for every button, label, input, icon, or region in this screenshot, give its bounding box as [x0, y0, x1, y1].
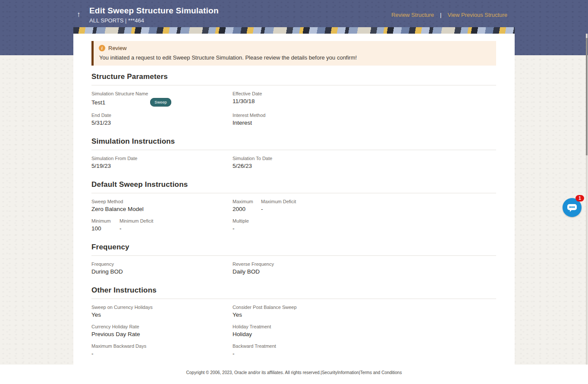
field-value: 2000: [233, 206, 261, 212]
field-value: 5/26/23: [233, 163, 272, 169]
field-label: Simulation Structure Name: [91, 91, 233, 96]
field-value: Previous Day Rate: [91, 331, 140, 337]
field-label: Maximum: [233, 199, 261, 204]
field-value: -: [233, 225, 249, 232]
field-label: Effective Date: [233, 91, 262, 96]
field-interest-method: Interest Method Interest: [233, 113, 265, 126]
alert-message: You initiated a request to edit Sweep St…: [99, 54, 490, 61]
field-reverse-frequency: Reverse Frequency Daily BOD: [233, 261, 274, 275]
field-maximum-backward-days: Maximum Backward Days -: [91, 343, 146, 357]
field-value: During BOD: [91, 268, 123, 275]
field-value: Holiday: [233, 331, 271, 337]
field-value: 100: [91, 225, 119, 232]
field-label: End Date: [91, 113, 111, 118]
field-value: Zero Balance Model: [91, 206, 144, 212]
copyright-text: Copyright © 2006, 2023, Oracle and/or it…: [186, 370, 321, 384]
page-title: Edit Sweep Structure Simulation: [89, 6, 219, 16]
field-value: 11/30/18: [233, 98, 262, 104]
security-information-link[interactable]: SecurityInformation: [322, 370, 359, 384]
terms-and-conditions-link[interactable]: Terms and Conditions: [360, 370, 402, 384]
field-simulation-from-date: Simulation From Date 5/19/23: [91, 156, 137, 169]
alert-title: Review: [108, 45, 127, 51]
field-sweep-method: Sweep Method Zero Balance Model: [91, 199, 144, 212]
section-divider: [91, 193, 496, 193]
field-frequency: Frequency During BOD: [91, 261, 123, 275]
field-holiday-treatment: Holiday Treatment Holiday: [233, 324, 271, 337]
review-structure-link[interactable]: Review Structure: [391, 12, 434, 18]
field-label: Reverse Frequency: [233, 261, 274, 267]
field-multiple: Multiple -: [233, 218, 249, 232]
section-divider: [91, 255, 496, 256]
chat-notification-badge: 1: [575, 195, 584, 201]
field-label: Simulation From Date: [91, 156, 137, 161]
field-consider-post-balance-sweep: Consider Post Balance Sweep Yes: [233, 305, 297, 318]
field-backward-treatment: Backward Treatment -: [233, 343, 276, 357]
field-end-date: End Date 5/31/23: [91, 113, 111, 126]
field-sweep-on-currency-holidays: Sweep on Currency Holidays Yes: [91, 305, 153, 318]
decorative-stripe-banner: [73, 27, 515, 34]
field-value: 5/19/23: [91, 163, 137, 169]
section-heading-frequency: Frequency: [91, 243, 496, 252]
field-label: Backward Treatment: [233, 343, 276, 349]
field-value: Yes: [91, 312, 153, 318]
field-label: Minimum: [91, 218, 119, 223]
field-label: Sweep on Currency Holidays: [91, 305, 153, 310]
sweep-badge: Sweep: [150, 98, 171, 107]
field-label: Multiple: [233, 218, 249, 223]
section-divider: [91, 299, 496, 299]
field-value: Yes: [233, 312, 297, 318]
field-currency-holiday-rate: Currency Holiday Rate Previous Day Rate: [91, 324, 140, 337]
chat-button[interactable]: 1: [563, 198, 582, 217]
field-value: -: [233, 350, 276, 357]
field-label: Currency Holiday Rate: [91, 324, 140, 329]
field-value: -: [261, 206, 296, 212]
section-divider: [91, 150, 496, 150]
field-value: Interest: [233, 120, 265, 126]
info-icon: i: [99, 45, 105, 51]
view-previous-structure-link[interactable]: View Previous Structure: [448, 12, 508, 18]
section-divider: [91, 85, 496, 85]
section-heading-structure-parameters: Structure Parameters: [91, 72, 496, 81]
chat-bubble-icon: [566, 202, 578, 213]
field-maximum-deficit: Maximum Deficit -: [261, 199, 296, 212]
field-minimum-deficit: Minimum Deficit -: [119, 218, 153, 232]
section-heading-other-instructions: Other Instructions: [91, 286, 496, 295]
field-label: Interest Method: [233, 113, 265, 118]
field-label: Frequency: [91, 261, 123, 267]
field-label: Sweep Method: [91, 199, 144, 204]
field-value: Test1: [91, 99, 105, 106]
field-label: Consider Post Balance Sweep: [233, 305, 297, 310]
field-minimum: Minimum 100: [91, 218, 119, 232]
review-alert: i Review You initiated a request to edit…: [91, 41, 496, 66]
field-simulation-structure-name: Simulation Structure Name Test1 Sweep: [91, 91, 233, 107]
field-effective-date: Effective Date 11/30/18: [233, 91, 262, 107]
field-label: Simulation To Date: [233, 156, 272, 161]
field-label: Holiday Treatment: [233, 324, 271, 329]
field-simulation-to-date: Simulation To Date 5/26/23: [233, 156, 272, 169]
header-links: Review Structure | View Previous Structu…: [391, 12, 507, 18]
content-panel: i Review You initiated a request to edit…: [73, 27, 515, 365]
field-value: -: [91, 350, 146, 357]
field-maximum: Maximum 2000: [233, 199, 261, 212]
field-value: -: [119, 225, 153, 232]
field-value: Daily BOD: [233, 268, 274, 275]
page-subtitle: ALL SPORTS | ***464: [89, 17, 144, 24]
arrow-up-icon[interactable]: ↑: [77, 10, 81, 19]
scrollbar-thumb[interactable]: [586, 38, 588, 155]
field-label: Minimum Deficit: [119, 218, 153, 223]
field-label: Maximum Deficit: [261, 199, 296, 204]
link-separator: |: [440, 12, 441, 18]
field-label: Maximum Backward Days: [91, 343, 146, 349]
section-heading-default-sweep-instructions: Default Sweep Instructions: [91, 180, 496, 189]
section-heading-simulation-instructions: Simulation Instructions: [91, 137, 496, 146]
field-value: 5/31/23: [91, 120, 111, 126]
page-footer: Copyright © 2006, 2023, Oracle and/or it…: [0, 365, 588, 384]
